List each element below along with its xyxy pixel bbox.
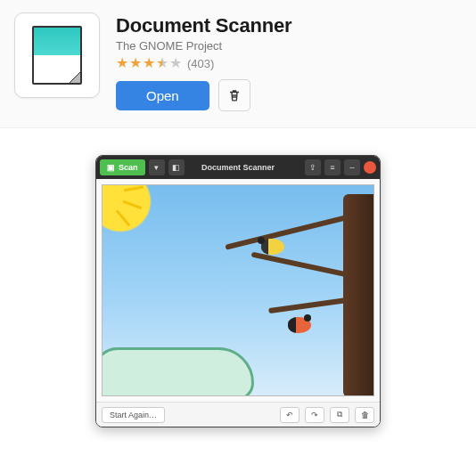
- tree-drawing: [343, 194, 373, 396]
- screenshot-preview: ▣ Scan ▾ ◧ Document Scanner ⇪ ≡ –: [0, 128, 476, 454]
- scan-label: Scan: [119, 163, 138, 172]
- preview-bottombar: Start Again… ↶ ↷ ⧉ 🗑: [96, 402, 380, 427]
- close-icon[interactable]: [364, 161, 376, 174]
- star-rating: ★ ★ ★ ★ ★: [116, 56, 182, 70]
- start-again-button[interactable]: Start Again…: [102, 407, 165, 423]
- crop-icon: ⧉: [337, 410, 342, 419]
- star-icon: ★: [169, 56, 182, 70]
- uninstall-button[interactable]: [218, 79, 250, 111]
- star-icon: ★: [116, 56, 128, 70]
- open-button[interactable]: Open: [116, 81, 209, 110]
- bird-drawing: [261, 239, 284, 255]
- trash-icon: [227, 88, 242, 102]
- menu-button[interactable]: ≡: [324, 159, 341, 175]
- delete-page-button[interactable]: 🗑: [355, 407, 374, 423]
- star-icon: ★: [156, 56, 168, 70]
- scan-icon: ▣: [107, 163, 115, 172]
- share-button[interactable]: ⇪: [305, 159, 321, 175]
- preview-titlebar: ▣ Scan ▾ ◧ Document Scanner ⇪ ≡ –: [96, 156, 380, 179]
- app-icon: [14, 12, 100, 98]
- snow-drawing: [102, 347, 254, 396]
- scan-button[interactable]: ▣ Scan: [100, 159, 145, 175]
- star-icon: ★: [143, 56, 155, 70]
- minimize-button[interactable]: –: [344, 159, 360, 175]
- rotate-right-icon: ↷: [311, 411, 318, 419]
- star-icon: ★: [129, 56, 142, 70]
- rotate-left-button[interactable]: ↶: [280, 407, 300, 423]
- rating-row[interactable]: ★ ★ ★ ★ ★ (403): [116, 56, 462, 70]
- page-mode-button[interactable]: ◧: [168, 159, 185, 175]
- rotate-left-icon: ↶: [286, 411, 293, 419]
- app-publisher: The GNOME Project: [116, 39, 462, 53]
- app-title: Document Scanner: [116, 14, 462, 37]
- rotate-right-button[interactable]: ↷: [305, 407, 324, 423]
- crop-button[interactable]: ⧉: [330, 407, 349, 423]
- review-count: (403): [187, 57, 214, 70]
- trash-icon: 🗑: [361, 411, 369, 419]
- export-dropdown[interactable]: ▾: [149, 159, 165, 175]
- preview-window: ▣ Scan ▾ ◧ Document Scanner ⇪ ≡ –: [95, 155, 381, 427]
- app-header: Document Scanner The GNOME Project ★ ★ ★…: [0, 0, 476, 128]
- bird-drawing: [288, 317, 311, 333]
- scan-canvas: [102, 184, 374, 396]
